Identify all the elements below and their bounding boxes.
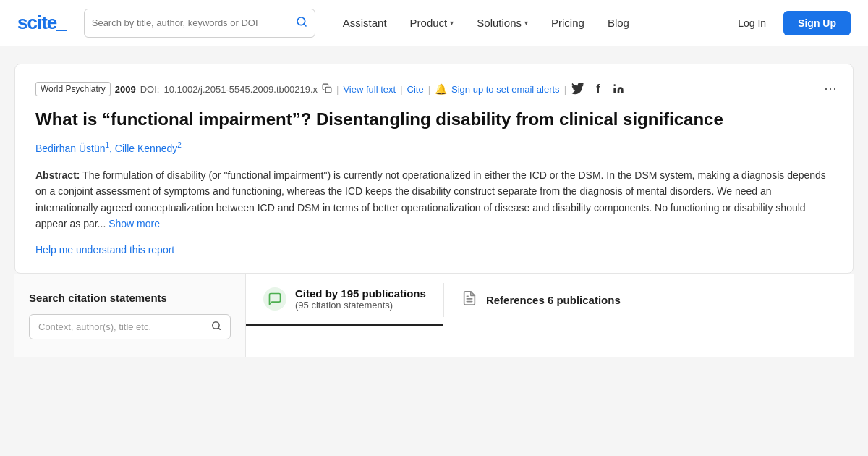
- article-meta: World Psychiatry 2009 DOI: 10.1002/j.205…: [35, 82, 833, 96]
- more-options-button[interactable]: ⋯: [824, 80, 838, 96]
- citation-search-sidebar: Search citation statements Context, auth…: [14, 274, 246, 357]
- article-doi-label: DOI:: [140, 84, 160, 95]
- separator: |: [400, 84, 402, 95]
- references-tab[interactable]: References 6 publications: [444, 274, 638, 326]
- nav-actions: Log In Sign Up: [726, 11, 851, 35]
- citation-search-placeholder: Context, author(s), title etc.: [38, 321, 207, 332]
- citation-icon: [263, 287, 286, 311]
- nav-item-product[interactable]: Product ▾: [400, 11, 464, 35]
- bottom-section: Search citation statements Context, auth…: [14, 274, 854, 357]
- twitter-icon[interactable]: [571, 82, 585, 96]
- cited-by-sublabel: (95 citation statements): [295, 300, 426, 311]
- search-icon: [296, 16, 307, 30]
- article-card: ⋯ World Psychiatry 2009 DOI: 10.1002/j.2…: [14, 64, 854, 274]
- search-input[interactable]: [92, 17, 293, 28]
- nav-item-pricing[interactable]: Pricing: [541, 11, 595, 35]
- email-alerts-link[interactable]: Sign up to set email alerts: [451, 84, 560, 95]
- help-link[interactable]: Help me understand this report: [35, 244, 174, 256]
- citation-search-input[interactable]: Context, author(s), title etc.: [29, 314, 231, 339]
- article-title: What is “functional impairment”? Disenta…: [35, 108, 833, 131]
- social-links: f: [571, 82, 626, 96]
- tabs-row: Cited by 195 publications (95 citation s…: [246, 274, 854, 326]
- sidebar-search-title: Search citation statements: [29, 292, 231, 304]
- chevron-down-icon: ▾: [450, 19, 454, 27]
- references-label: References 6 publications: [486, 294, 621, 306]
- nav-links: Assistant Product ▾ Solutions ▾ Pricing …: [333, 11, 720, 35]
- main-content: ⋯ World Psychiatry 2009 DOI: 10.1002/j.2…: [0, 46, 868, 357]
- navbar: scite_ Assistant Product ▾ Solutions ▾ P…: [0, 0, 868, 46]
- nav-item-solutions[interactable]: Solutions ▾: [467, 11, 538, 35]
- show-more-link[interactable]: Show more: [109, 218, 160, 229]
- login-button[interactable]: Log In: [726, 12, 778, 35]
- svg-rect-2: [326, 87, 331, 93]
- signup-button[interactable]: Sign Up: [783, 11, 851, 35]
- references-icon: [461, 290, 477, 310]
- abstract-label: Abstract:: [35, 169, 80, 181]
- svg-line-1: [304, 24, 306, 26]
- citations-panel: Cited by 195 publications (95 citation s…: [246, 274, 854, 357]
- search-bar[interactable]: [84, 9, 315, 38]
- facebook-icon[interactable]: f: [591, 82, 605, 96]
- article-doi: 10.1002/j.2051-5545.2009.tb00219.x: [163, 84, 318, 95]
- separator: |: [336, 84, 339, 95]
- view-full-text-link[interactable]: View full text: [343, 84, 396, 95]
- cited-by-label: Cited by 195 publications: [295, 287, 426, 300]
- site-logo[interactable]: scite_: [17, 12, 67, 34]
- cite-link[interactable]: Cite: [407, 84, 424, 95]
- author-1[interactable]: Bedirhan Üstün1: [35, 143, 109, 154]
- journal-tag: World Psychiatry: [35, 82, 111, 96]
- cited-by-tab-text: Cited by 195 publications (95 citation s…: [295, 287, 426, 311]
- search-icon: [211, 321, 221, 333]
- chevron-down-icon: ▾: [524, 19, 528, 27]
- cited-by-tab[interactable]: Cited by 195 publications (95 citation s…: [246, 274, 443, 326]
- copy-doi-icon[interactable]: [322, 83, 332, 96]
- bell-icon: 🔔: [435, 83, 447, 95]
- abstract-text: Abstract: The formulation of disability …: [35, 167, 833, 232]
- separator: |: [564, 84, 566, 95]
- article-year: 2009: [115, 84, 136, 95]
- nav-item-assistant[interactable]: Assistant: [333, 11, 397, 35]
- article-authors[interactable]: Bedirhan Üstün1, Cille Kennedy2: [35, 141, 833, 154]
- author-2[interactable]: Cille Kennedy2: [115, 143, 182, 154]
- svg-line-5: [218, 327, 221, 329]
- separator: |: [428, 84, 430, 95]
- nav-item-blog[interactable]: Blog: [597, 11, 639, 35]
- linkedin-icon[interactable]: [611, 82, 626, 96]
- svg-point-3: [613, 84, 616, 86]
